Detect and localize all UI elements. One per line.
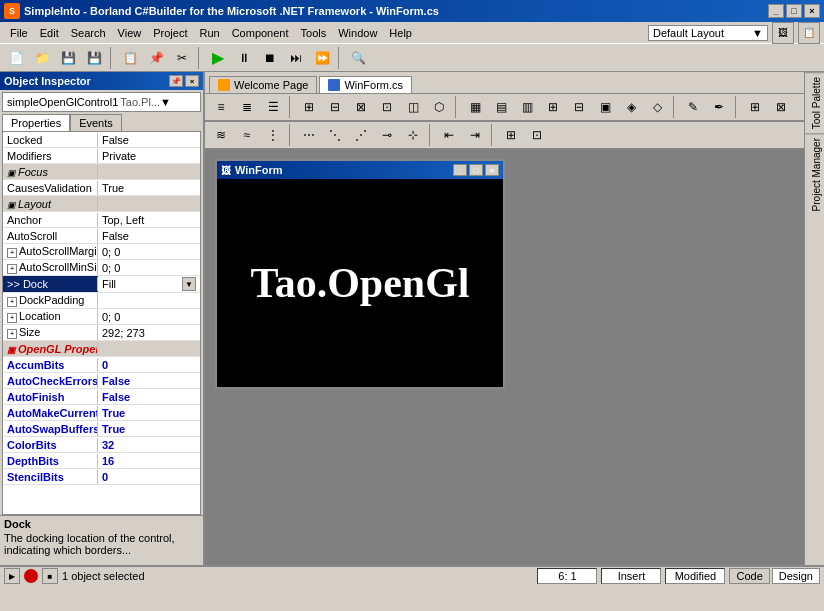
tb2-7[interactable]: ⊸	[375, 124, 399, 146]
title-bar-text: SimpleInto - Borland C#Builder for the M…	[24, 5, 768, 17]
layout-dropdown-box[interactable]: Default Layout ▼	[648, 25, 768, 41]
pointer1[interactable]: ⇤	[437, 124, 461, 146]
menu-component[interactable]: Component	[226, 25, 295, 41]
menu-file[interactable]: File	[4, 25, 34, 41]
tab-code[interactable]: Code	[729, 568, 769, 584]
grid1[interactable]: ⊞	[743, 96, 767, 118]
dock-dropdown[interactable]: ▼	[182, 277, 196, 291]
align-right[interactable]: ☰	[261, 96, 285, 118]
expand-icon[interactable]: +	[7, 248, 17, 258]
step2-button[interactable]: ⏩	[310, 47, 334, 69]
win-form: 🖼 WinForm _ □ × Tao.OpenGl	[215, 159, 505, 389]
win-minimize[interactable]: _	[453, 164, 467, 176]
tb2-8[interactable]: ⊹	[401, 124, 425, 146]
format14[interactable]: ◇	[645, 96, 669, 118]
format2[interactable]: ⊟	[323, 96, 347, 118]
maximize-button[interactable]: □	[786, 4, 802, 18]
tab1[interactable]: ⊞	[499, 124, 523, 146]
menu-project[interactable]: Project	[147, 25, 193, 41]
save-button[interactable]: 💾	[56, 47, 80, 69]
section-opengl: ▣OpenGL Properties	[3, 341, 200, 357]
close-button[interactable]: ×	[804, 4, 820, 18]
expand-icon4[interactable]: +	[7, 313, 17, 323]
search-button[interactable]: 🔍	[346, 47, 370, 69]
sep4	[735, 96, 739, 118]
pause-button[interactable]: ⏸	[232, 47, 256, 69]
tab-events[interactable]: Events	[70, 114, 122, 131]
winform-tab-label: WinForm.cs	[344, 79, 403, 91]
expand-icon5[interactable]: +	[7, 329, 17, 339]
prop-autofinish: AutoFinish False	[3, 389, 200, 405]
format13[interactable]: ◈	[619, 96, 643, 118]
right-panel: Welcome Page WinForm.cs ≡ ≣ ☰ ⊞ ⊟ ⊠ ⊡ ◫ …	[205, 72, 804, 565]
sidebar-tool-palette[interactable]: Tool Palette	[805, 72, 824, 133]
tab-properties[interactable]: Properties	[2, 114, 70, 131]
play-button[interactable]: ▶	[4, 568, 20, 584]
align-center[interactable]: ≣	[235, 96, 259, 118]
stop-status-button[interactable]: ■	[42, 568, 58, 584]
menu-tools[interactable]: Tools	[295, 25, 333, 41]
format11[interactable]: ⊟	[567, 96, 591, 118]
stop-button[interactable]: ⏹	[258, 47, 282, 69]
format9[interactable]: ▥	[515, 96, 539, 118]
prop-locked: Locked False	[3, 132, 200, 148]
format6[interactable]: ⬡	[427, 96, 451, 118]
cut-button[interactable]: ✂	[170, 47, 194, 69]
prop-dock[interactable]: >> Dock Fill ▼	[3, 276, 200, 293]
format12[interactable]: ▣	[593, 96, 617, 118]
prop-autoswapbuffers: AutoSwapBuffers True	[3, 421, 200, 437]
edit2[interactable]: ✒	[707, 96, 731, 118]
win-close[interactable]: ×	[485, 164, 499, 176]
format8[interactable]: ▤	[489, 96, 513, 118]
prop-autoscrollmargin: +AutoScrollMargin 0; 0	[3, 244, 200, 260]
menu-help[interactable]: Help	[383, 25, 418, 41]
copy-button[interactable]: 📋	[118, 47, 142, 69]
tb2-1[interactable]: ≋	[209, 124, 233, 146]
format10[interactable]: ⊞	[541, 96, 565, 118]
menu-window[interactable]: Window	[332, 25, 383, 41]
menu-search[interactable]: Search	[65, 25, 112, 41]
menu-edit[interactable]: Edit	[34, 25, 65, 41]
align-left[interactable]: ≡	[209, 96, 233, 118]
inspector-header: Object Inspector 📌 ×	[0, 72, 203, 90]
win-maximize[interactable]: □	[469, 164, 483, 176]
format5[interactable]: ◫	[401, 96, 425, 118]
pointer2[interactable]: ⇥	[463, 124, 487, 146]
record-button[interactable]	[24, 569, 38, 583]
open-button[interactable]: 📁	[30, 47, 54, 69]
menu-run[interactable]: Run	[193, 25, 225, 41]
sidebar-project-manager[interactable]: Project Manager	[805, 133, 824, 215]
control-dropdown[interactable]: simpleOpenGlControl1 Tao.Pl... ▼	[2, 92, 201, 112]
tb2-3[interactable]: ⋮	[261, 124, 285, 146]
status-description: The docking location of the control, ind…	[4, 532, 199, 556]
tb2-5[interactable]: ⋱	[323, 124, 347, 146]
design-area: 🖼 WinForm _ □ × Tao.OpenGl	[205, 149, 804, 565]
expand-icon2[interactable]: +	[7, 264, 17, 274]
grid2[interactable]: ⊠	[769, 96, 793, 118]
tab2[interactable]: ⊡	[525, 124, 549, 146]
tb2-4[interactable]: ⋯	[297, 124, 321, 146]
expand-icon3[interactable]: +	[7, 297, 17, 307]
layout-dropdown[interactable]: Default Layout ▼ 🖼 📋	[648, 22, 820, 44]
menu-view[interactable]: View	[112, 25, 148, 41]
format7[interactable]: ▦	[463, 96, 487, 118]
edit1[interactable]: ✎	[681, 96, 705, 118]
new-button[interactable]: 📄	[4, 47, 28, 69]
layout-icon2[interactable]: 📋	[798, 22, 820, 44]
format1[interactable]: ⊞	[297, 96, 321, 118]
layout-icon1[interactable]: 🖼	[772, 22, 794, 44]
step-button[interactable]: ⏭	[284, 47, 308, 69]
inspector-pin-button[interactable]: 📌	[169, 75, 183, 87]
tab-winform[interactable]: WinForm.cs	[319, 76, 412, 93]
tb2-6[interactable]: ⋰	[349, 124, 373, 146]
tb2-2[interactable]: ≈	[235, 124, 259, 146]
inspector-close-button[interactable]: ×	[185, 75, 199, 87]
tab-design[interactable]: Design	[772, 568, 820, 584]
format4[interactable]: ⊡	[375, 96, 399, 118]
paste-button[interactable]: 📌	[144, 47, 168, 69]
save-all-button[interactable]: 💾	[82, 47, 106, 69]
minimize-button[interactable]: _	[768, 4, 784, 18]
format3[interactable]: ⊠	[349, 96, 373, 118]
run-button[interactable]: ▶	[206, 47, 230, 69]
tab-welcome[interactable]: Welcome Page	[209, 76, 317, 93]
